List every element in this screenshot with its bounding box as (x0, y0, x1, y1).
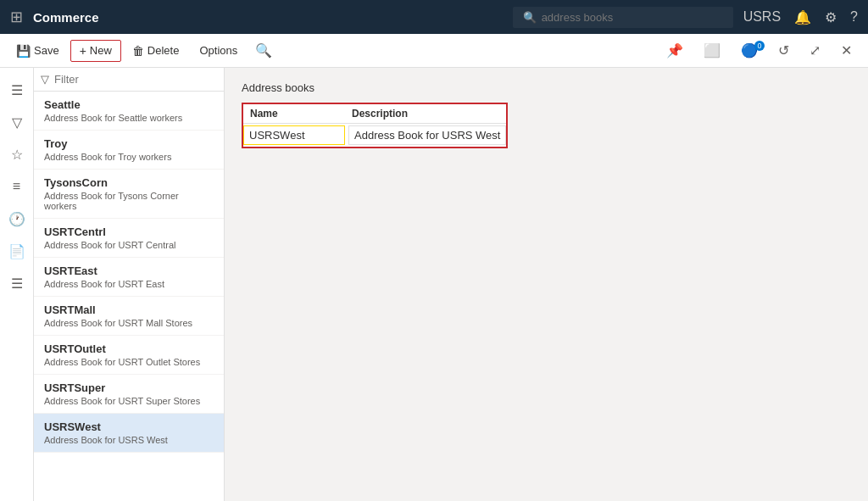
help-icon[interactable]: ? (850, 9, 858, 25)
list-item-name: USRTCentrl (44, 225, 214, 238)
list-item[interactable]: USRSWest Address Book for USRS West (34, 414, 224, 453)
address-books-table: Name Description USRSWest Address Book f… (242, 103, 508, 148)
delete-button[interactable]: 🗑 Delete (123, 40, 189, 62)
list-item[interactable]: TysonsCorn Address Book for Tysons Corne… (34, 170, 224, 219)
expand-icon[interactable]: ⤢ (800, 38, 830, 63)
main-layout: ☰ ▽ ☆ ≡ 🕐 📄 ☰ ▽ Seattle Address Book for… (0, 68, 868, 501)
list-items: Seattle Address Book for Seattle workers… (34, 92, 224, 501)
table-body: USRSWest Address Book for USRS West (243, 124, 506, 147)
list-item-name: Seattle (44, 98, 214, 111)
list-item-name: Troy (44, 137, 214, 150)
list-item[interactable]: USRTMall Address Book for USRT Mall Stor… (34, 297, 224, 336)
sidebar-icon-star[interactable]: ☆ (2, 139, 32, 170)
list-item-name: USRTOutlet (44, 342, 214, 355)
content-title: Address books (242, 81, 851, 94)
pin-icon[interactable]: 📌 (657, 38, 693, 63)
refresh-icon[interactable]: ↺ (769, 38, 798, 63)
list-item-name: TysonsCorn (44, 176, 214, 189)
grid-icon[interactable]: ⊞ (10, 8, 23, 26)
filter-input[interactable] (54, 73, 217, 86)
ab-cell-name[interactable]: USRSWest (243, 125, 345, 145)
table-header: Name Description (243, 104, 506, 124)
user-label: USRS (743, 9, 781, 25)
list-item[interactable]: Seattle Address Book for Seattle workers (34, 92, 224, 131)
sidebar-icon-doc[interactable]: 📄 (2, 236, 32, 266)
list-item[interactable]: Troy Address Book for Troy workers (34, 131, 224, 170)
close-icon[interactable]: ✕ (832, 38, 861, 63)
col-name: Name (250, 108, 352, 120)
titlebar: ⊞ Commerce 🔍 USRS 🔔 ⚙ ? (0, 0, 868, 34)
list-item-desc: Address Book for USRT Outlet Stores (44, 357, 214, 367)
notification-icon[interactable]: 🔵 0 (732, 38, 767, 63)
list-item-desc: Address Book for USRT Central (44, 240, 214, 250)
save-button[interactable]: 💾 Save (7, 40, 69, 62)
list-item[interactable]: USRTEast Address Book for USRT East (34, 258, 224, 297)
list-item-desc: Address Book for Seattle workers (44, 113, 214, 123)
bell-icon[interactable]: 🔔 (794, 9, 811, 25)
list-item[interactable]: USRTSuper Address Book for USRT Super St… (34, 375, 224, 414)
options-button[interactable]: Options (190, 40, 247, 61)
search-input[interactable] (542, 11, 711, 24)
list-item-name: USRTMall (44, 303, 214, 316)
delete-icon: 🗑 (132, 44, 144, 58)
list-item-name: USRSWest (44, 420, 214, 433)
titlebar-right: USRS 🔔 ⚙ ? (743, 9, 858, 25)
new-button[interactable]: + New (70, 40, 121, 62)
table-row: USRSWest Address Book for USRS West (243, 124, 506, 147)
list-item-name: USRTSuper (44, 381, 214, 394)
settings-icon[interactable]: ⚙ (825, 9, 837, 25)
list-item-desc: Address Book for USRT East (44, 279, 214, 289)
list-item-name: USRTEast (44, 264, 214, 277)
toolbar: 💾 Save + New 🗑 Delete Options 🔍 📌 ⬜ 🔵 0 … (0, 34, 868, 68)
col-desc: Description (352, 108, 499, 120)
sidebar-icon-list[interactable]: ≡ (2, 171, 32, 202)
sidebar-icon-clock[interactable]: 🕐 (2, 203, 32, 234)
toolbar-search-icon[interactable]: 🔍 (248, 39, 279, 62)
filter-bar: ▽ (34, 68, 224, 92)
search-box[interactable]: 🔍 (513, 7, 733, 28)
search-icon: 🔍 (523, 11, 537, 24)
list-panel: ▽ Seattle Address Book for Seattle worke… (34, 68, 225, 501)
list-item[interactable]: USRTCentrl Address Book for USRT Central (34, 219, 224, 258)
list-item-desc: Address Book for Tysons Corner workers (44, 191, 214, 211)
new-icon: + (80, 44, 86, 58)
ab-cell-desc[interactable]: Address Book for USRS West (348, 125, 506, 145)
list-item-desc: Address Book for USRS West (44, 435, 214, 445)
filter-icon[interactable]: ▽ (41, 73, 49, 86)
sidebar-icon-menu[interactable]: ☰ (2, 75, 32, 105)
list-item-desc: Address Book for Troy workers (44, 152, 214, 162)
open-icon[interactable]: ⬜ (694, 38, 730, 63)
sidebar-icon-filter[interactable]: ▽ (2, 107, 32, 137)
sidebar-icons: ☰ ▽ ☆ ≡ 🕐 📄 ☰ (0, 68, 34, 501)
sidebar-icon-lines[interactable]: ☰ (2, 268, 32, 298)
content-area: Address books Name Description USRSWest … (225, 68, 868, 501)
list-item[interactable]: USRTOutlet Address Book for USRT Outlet … (34, 336, 224, 375)
list-item-desc: Address Book for USRT Mall Stores (44, 318, 214, 328)
list-item-desc: Address Book for USRT Super Stores (44, 396, 214, 406)
app-name: Commerce (33, 10, 503, 25)
save-icon: 💾 (16, 44, 31, 58)
